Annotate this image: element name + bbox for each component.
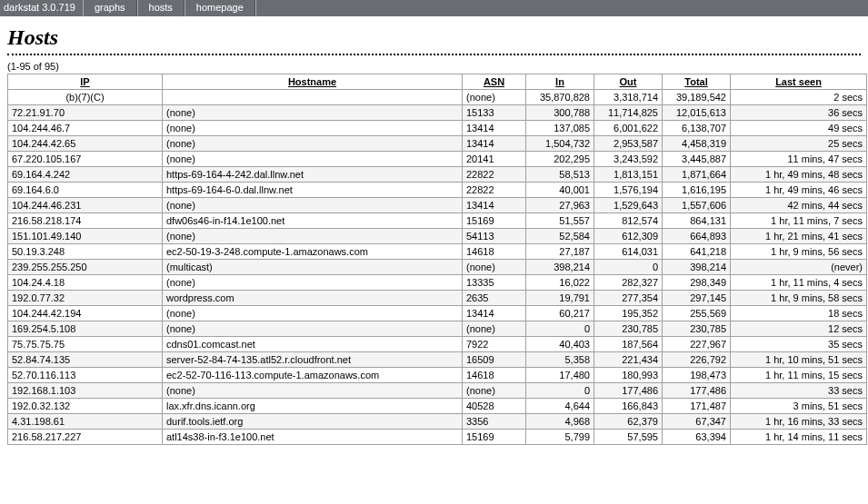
- cell-ip[interactable]: 169.254.5.108: [8, 321, 163, 337]
- table-row[interactable]: 50.19.3.248ec2-50-19-3-248.compute-1.ama…: [8, 244, 867, 260]
- table-row[interactable]: 239.255.255.250(multicast)(none)398,2140…: [8, 260, 867, 275]
- col-ip[interactable]: IP: [8, 74, 163, 90]
- cell-hostname: (none): [163, 306, 463, 321]
- cell-last-seen: 49 secs: [731, 121, 867, 136]
- table-row[interactable]: 192.0.77.32wordpress.com263519,791277,35…: [8, 291, 867, 306]
- cell-ip[interactable]: 4.31.198.61: [8, 414, 163, 430]
- pagination-range: (1-95 of 95): [7, 61, 861, 72]
- cell-ip[interactable]: 104.244.42.194: [8, 306, 163, 321]
- table-row[interactable]: 169.254.5.108(none)(none)0230,785230,785…: [8, 321, 867, 337]
- cell-hostname: durif.tools.ietf.org: [163, 414, 463, 430]
- cell-hostname: (none): [163, 275, 463, 291]
- cell-ip[interactable]: 216.58.217.227: [8, 430, 163, 445]
- cell-ip[interactable]: (b)(7)(C): [8, 90, 163, 105]
- cell-last-seen: 1 hr, 49 mins, 48 secs: [731, 167, 867, 183]
- cell-ip[interactable]: 104.244.42.65: [8, 136, 163, 152]
- cell-hostname: (none): [163, 121, 463, 136]
- cell-hostname: ec2-50-19-3-248.compute-1.amazonaws.com: [163, 244, 463, 260]
- cell-in: 137,085: [526, 121, 594, 136]
- cell-asn: 22822: [463, 167, 526, 183]
- sort-asn[interactable]: ASN: [484, 76, 504, 87]
- cell-asn: 3356: [463, 414, 526, 430]
- table-row[interactable]: 75.75.75.75cdns01.comcast.net792240,4031…: [8, 337, 867, 352]
- cell-ip[interactable]: 52.84.74.135: [8, 352, 163, 368]
- table-row[interactable]: 72.21.91.70(none)15133300,78811,714,8251…: [8, 105, 867, 121]
- cell-asn: 14618: [463, 244, 526, 260]
- cell-in: 5,358: [526, 352, 594, 368]
- table-row[interactable]: 104.244.42.65(none)134141,504,7322,953,5…: [8, 136, 867, 152]
- table-row[interactable]: 52.70.116.113ec2-52-70-116-113.compute-1…: [8, 368, 867, 383]
- cell-in: 4,644: [526, 399, 594, 414]
- cell-ip[interactable]: 192.168.1.103: [8, 383, 163, 399]
- col-lastseen[interactable]: Last seen: [731, 74, 867, 90]
- cell-ip[interactable]: 52.70.116.113: [8, 368, 163, 383]
- table-row[interactable]: 104.24.4.18(none)1333516,022282,327298,3…: [8, 275, 867, 291]
- cell-total: 227,967: [663, 337, 731, 352]
- cell-ip[interactable]: 192.0.77.32: [8, 291, 163, 306]
- col-asn[interactable]: ASN: [463, 74, 526, 90]
- table-row[interactable]: 69.164.6.0https-69-164-6-0.dal.llnw.net2…: [8, 183, 867, 198]
- cell-hostname: (none): [163, 105, 463, 121]
- sort-ip[interactable]: IP: [80, 76, 89, 87]
- table-row[interactable]: 4.31.198.61durif.tools.ietf.org33564,968…: [8, 414, 867, 430]
- cell-in: 27,187: [526, 244, 594, 260]
- sort-lastseen[interactable]: Last seen: [775, 76, 822, 87]
- col-hostname[interactable]: Hostname: [163, 74, 463, 90]
- cell-last-seen: 3 mins, 51 secs: [731, 399, 867, 414]
- cell-total: 226,792: [663, 352, 731, 368]
- cell-ip[interactable]: 216.58.218.174: [8, 213, 163, 229]
- col-in[interactable]: In: [526, 74, 594, 90]
- table-row[interactable]: 151.101.49.140(none)5411352,584612,30966…: [8, 229, 867, 244]
- table-row[interactable]: 52.84.74.135server-52-84-74-135.atl52.r.…: [8, 352, 867, 368]
- cell-ip[interactable]: 104.244.46.7: [8, 121, 163, 136]
- nav-hosts[interactable]: hosts: [137, 0, 185, 16]
- cell-ip[interactable]: 72.21.91.70: [8, 105, 163, 121]
- cell-ip[interactable]: 69.164.6.0: [8, 183, 163, 198]
- table-row[interactable]: 216.58.217.227atl14s38-in-f3.1e100.net15…: [8, 430, 867, 445]
- cell-ip[interactable]: 50.19.3.248: [8, 244, 163, 260]
- cell-hostname: https-69-164-6-0.dal.llnw.net: [163, 183, 463, 198]
- table-row[interactable]: 216.58.218.174dfw06s46-in-f14.1e100.net1…: [8, 213, 867, 229]
- table-row[interactable]: 69.164.4.242https-69-164-4-242.dal.llnw.…: [8, 167, 867, 183]
- nav-graphs[interactable]: graphs: [83, 0, 137, 16]
- table-row[interactable]: 104.244.46.231(none)1341427,9631,529,643…: [8, 198, 867, 213]
- cell-asn: 7922: [463, 337, 526, 352]
- cell-in: 5,799: [526, 430, 594, 445]
- cell-out: 277,354: [594, 291, 663, 306]
- cell-ip[interactable]: 67.220.105.167: [8, 152, 163, 167]
- nav-homepage[interactable]: homepage: [185, 0, 255, 16]
- sort-in[interactable]: In: [555, 76, 564, 87]
- cell-in: 52,584: [526, 229, 594, 244]
- cell-last-seen: 2 secs: [731, 90, 867, 105]
- cell-asn: 2635: [463, 291, 526, 306]
- cell-in: 19,791: [526, 291, 594, 306]
- cell-hostname: [163, 90, 463, 105]
- cell-ip[interactable]: 69.164.4.242: [8, 167, 163, 183]
- cell-ip[interactable]: 104.24.4.18: [8, 275, 163, 291]
- cell-in: 51,557: [526, 213, 594, 229]
- cell-ip[interactable]: 151.101.49.140: [8, 229, 163, 244]
- sort-out[interactable]: Out: [620, 76, 637, 87]
- table-row[interactable]: 104.244.42.194(none)1341460,217195,35225…: [8, 306, 867, 321]
- cell-hostname: (none): [163, 136, 463, 152]
- cell-hostname: (none): [163, 198, 463, 213]
- table-row[interactable]: (b)(7)(C)(none)35,870,8283,318,71439,189…: [8, 90, 867, 105]
- cell-ip[interactable]: 75.75.75.75: [8, 337, 163, 352]
- cell-total: 6,138,707: [663, 121, 731, 136]
- cell-asn: 13414: [463, 136, 526, 152]
- cell-ip[interactable]: 192.0.32.132: [8, 399, 163, 414]
- sort-total[interactable]: Total: [684, 76, 707, 87]
- cell-out: 282,327: [594, 275, 663, 291]
- table-row[interactable]: 67.220.105.167(none)20141202,2953,243,59…: [8, 152, 867, 167]
- table-row[interactable]: 192.168.1.103(none)(none)0177,486177,486…: [8, 383, 867, 399]
- cell-total: 297,145: [663, 291, 731, 306]
- col-out[interactable]: Out: [594, 74, 663, 90]
- cell-total: 1,557,606: [663, 198, 731, 213]
- cell-ip[interactable]: 239.255.255.250: [8, 260, 163, 275]
- table-row[interactable]: 104.244.46.7(none)13414137,0856,001,6226…: [8, 121, 867, 136]
- table-row[interactable]: 192.0.32.132lax.xfr.dns.icann.org405284,…: [8, 399, 867, 414]
- cell-ip[interactable]: 104.244.46.231: [8, 198, 163, 213]
- cell-hostname: cdns01.comcast.net: [163, 337, 463, 352]
- col-total[interactable]: Total: [663, 74, 731, 90]
- sort-hostname[interactable]: Hostname: [288, 76, 336, 87]
